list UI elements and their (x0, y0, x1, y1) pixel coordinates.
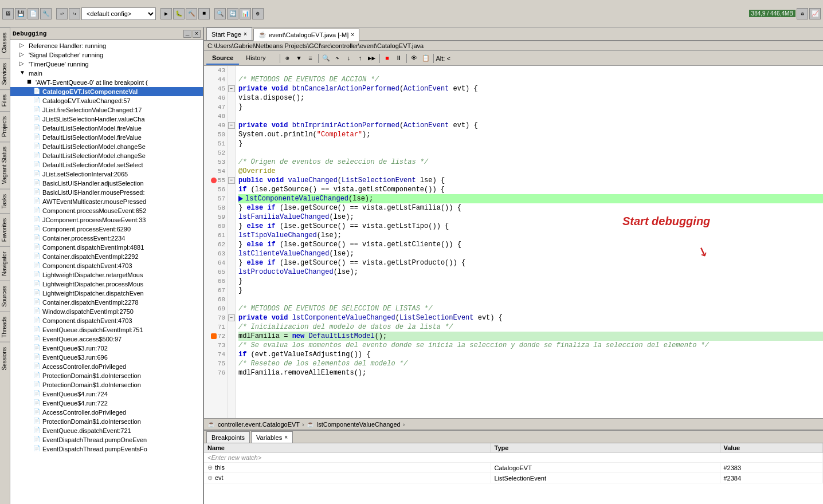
stop-debug-btn[interactable]: ■ (382, 53, 393, 64)
toolbar-btn-5[interactable]: 🔍 (214, 8, 226, 19)
step-into-btn[interactable]: ↓ (344, 53, 354, 64)
tree-item[interactable]: 📄ProtectionDomain$1.doIntersection (10, 371, 203, 380)
code-line[interactable] (238, 66, 823, 75)
vtab-sessions[interactable]: Sessions (0, 342, 10, 375)
code-line[interactable]: mdlFamilia = new DefaultListModel(); (238, 332, 823, 341)
nav-item-method[interactable]: lstComponenteValueChanged (317, 421, 401, 428)
code-line[interactable] (238, 148, 823, 158)
fold-button[interactable]: − (228, 85, 235, 92)
vtab-vagrant[interactable]: Vagrant Status (0, 141, 10, 188)
debug-btn[interactable]: 🐛 (173, 8, 185, 19)
tree-item[interactable]: 📄CatalogoEVT.lstComponenteVal (10, 87, 203, 96)
tree-item[interactable]: ⏹'AWT-EventQueue-0' at line breakpoint ( (10, 78, 203, 87)
tree-item[interactable]: 📄JComponent.processMouseEvent:33 (10, 215, 203, 225)
code-line[interactable]: if (lse.getSource() == vista.getLstCompo… (238, 185, 823, 194)
tree-item[interactable]: 📄ProtectionDomain$1.doIntersection (10, 380, 203, 389)
tree-item[interactable]: 📄JList$ListSelectionHandler.valueCha (10, 115, 203, 124)
tree-item[interactable]: 📄AccessController.doPrivileged (10, 408, 203, 417)
tree-item[interactable]: 📄LightweightDispatcher.processMous (10, 279, 203, 289)
zoom-in-btn[interactable]: 🔍 (321, 53, 331, 64)
tree-item[interactable]: 📄Container.dispatchEventImpl:2278 (10, 298, 203, 307)
code-line[interactable]: } else if (lse.getSource() == vista.getL… (238, 258, 823, 267)
code-editor[interactable]: 4344454647484950515253545556575859606162… (204, 66, 823, 418)
tab-history[interactable]: History (240, 52, 271, 65)
code-line[interactable]: private void lstComponenteValueChanged(L… (238, 313, 823, 322)
tree-item[interactable]: ▷'TimerQueue' running (10, 60, 203, 69)
toolbar-btn-1[interactable]: 🖥 (2, 8, 14, 19)
tab-catalogoevt[interactable]: ☕ event\CatalogoEVT.java [-M] × (253, 29, 359, 41)
tree-item[interactable]: ▼main (10, 69, 203, 78)
code-line[interactable]: } else if (lse.getSource() == vista.getL… (238, 222, 823, 231)
tree-item[interactable]: 📄DefaultListSelectionModel.setSelect (10, 160, 203, 170)
code-line[interactable]: /* Reseteo de los elementos del modelo *… (238, 359, 823, 368)
tree-item[interactable]: 📄Container.processEvent:2234 (10, 234, 203, 243)
tree-item[interactable]: 📄EventQueue.access$500:97 (10, 334, 203, 344)
tab-start-page[interactable]: Start Page × (206, 27, 252, 40)
tree-item[interactable]: 📄Component.dispatchEventImpl:4881 (10, 243, 203, 252)
step-over-btn[interactable]: ↷ (332, 53, 343, 64)
vtab-classes[interactable]: Classes (0, 27, 10, 58)
tab-close-start[interactable]: × (244, 31, 247, 37)
toolbar-btn-3[interactable]: 📄 (28, 8, 39, 19)
tree-item[interactable]: 📄BasicListUI$Handler.adjustSelection (10, 179, 203, 188)
tree-item[interactable]: 📄LightweightDispatcher.retargetMous (10, 270, 203, 279)
tree-item[interactable]: 📄EventDispatchThread.pumpEventsFo (10, 444, 203, 454)
toolbar-btn-7[interactable]: 📊 (240, 8, 251, 19)
code-line[interactable]: /* Origen de eventos de seleccion de lis… (238, 158, 823, 167)
tree-item[interactable]: ▷Reference Handler: running (10, 41, 203, 50)
bottom-tab-variables[interactable]: Variables × (251, 431, 293, 443)
tab-close-catalogoevt[interactable]: × (351, 32, 354, 38)
breakpoint-icon[interactable] (211, 178, 217, 183)
profile-btn[interactable]: 📈 (809, 8, 821, 19)
run-btn[interactable]: ▶ (160, 8, 172, 19)
vtab-sources[interactable]: Sources (0, 281, 10, 312)
code-line[interactable]: } else if (lse.getSource() == vista.getL… (238, 240, 823, 249)
code-line[interactable]: public void valueChanged(ListSelectionEv… (238, 176, 823, 185)
code-line[interactable]: System.out.println("Completar"); (238, 130, 823, 139)
variable-row[interactable]: ⊕thisCatalogoEVT#2383 (204, 463, 823, 473)
code-line[interactable]: } else if (lse.getSource() == vista.getL… (238, 203, 823, 212)
format-btn[interactable]: ≡ (305, 53, 316, 64)
tree-item[interactable]: 📄JList.fireSelectionValueChanged:17 (10, 105, 203, 115)
code-line[interactable]: } (238, 103, 823, 112)
tree-item[interactable]: 📄Component.dispatchEvent:4703 (10, 316, 203, 325)
toolbar-btn-2[interactable]: 💾 (15, 8, 26, 19)
vtab-navigator[interactable]: Navigator (0, 246, 10, 281)
tree-item[interactable]: 📄DefaultListSelectionModel.fireValue (10, 133, 203, 142)
gc-btn[interactable]: ♻ (797, 8, 808, 19)
vtab-favorites[interactable]: Favorites (0, 213, 10, 246)
tree-item[interactable]: 📄EventQueue$3.run:702 (10, 344, 203, 353)
variable-row[interactable]: ⊕evtListSelectionEvent#2384 (204, 473, 823, 483)
add-watch-btn[interactable]: 👁 (409, 53, 420, 64)
tree-item[interactable]: 📄EventQueue$4.run:724 (10, 389, 203, 399)
tree-item[interactable]: 📄ProtectionDomain$1.doIntersection (10, 417, 203, 426)
code-line[interactable]: /* Inicializacion del modelo de datos de… (238, 322, 823, 332)
code-line[interactable] (238, 112, 823, 121)
tree-item[interactable]: 📄DefaultListSelectionModel.changeSe (10, 142, 203, 151)
tab-source[interactable]: Source (206, 52, 239, 65)
tree-item[interactable]: 📄EventQueue$3.run:696 (10, 353, 203, 362)
tree-item[interactable]: 📄Component.dispatchEvent:4703 (10, 261, 203, 270)
tree-item[interactable]: 📄Component.processEvent:6290 (10, 225, 203, 234)
nav-item-class[interactable]: controller.event.CatalogoEVT (218, 421, 300, 428)
code-content[interactable]: /* METODOS DE EVENTOS DE ACCION */ priva… (236, 66, 823, 418)
code-line[interactable]: } (238, 286, 823, 295)
code-line[interactable]: mdlFamilia.removeAllElements(); (238, 368, 823, 377)
code-line[interactable]: } (238, 139, 823, 148)
code-line[interactable]: vista.dispose(); (238, 93, 823, 103)
tree-item[interactable]: 📄AWTEventMulticaster.mousePressed (10, 197, 203, 206)
undo-btn[interactable]: ↩ (56, 8, 68, 19)
config-dropdown[interactable]: <default config> (81, 7, 156, 20)
code-line[interactable]: lstClienteValueChanged(lse); (238, 249, 823, 258)
toolbar-btn-8[interactable]: ⚙ (252, 8, 264, 19)
code-line[interactable]: if (evt.getValueIsAdjusting()) { (238, 350, 823, 359)
code-line[interactable]: lstFamiliaValueChanged(lse); (238, 212, 823, 222)
tree-item[interactable]: 📄Component.processMouseEvent:652 (10, 206, 203, 215)
vtab-tasks[interactable]: Tasks (0, 189, 10, 214)
code-line[interactable] (238, 295, 823, 304)
toolbar-btn-4[interactable]: 🔧 (40, 8, 52, 19)
debug-panel-minimize[interactable]: _ (183, 30, 191, 38)
code-line[interactable]: /* METODOS DE EVENTOS DE SELECCION DE LI… (238, 304, 823, 313)
code-line[interactable]: lstProductoValueChanged(lse); (238, 267, 823, 277)
tree-item[interactable]: 📄CatalogoEVT.valueChanged:57 (10, 96, 203, 105)
